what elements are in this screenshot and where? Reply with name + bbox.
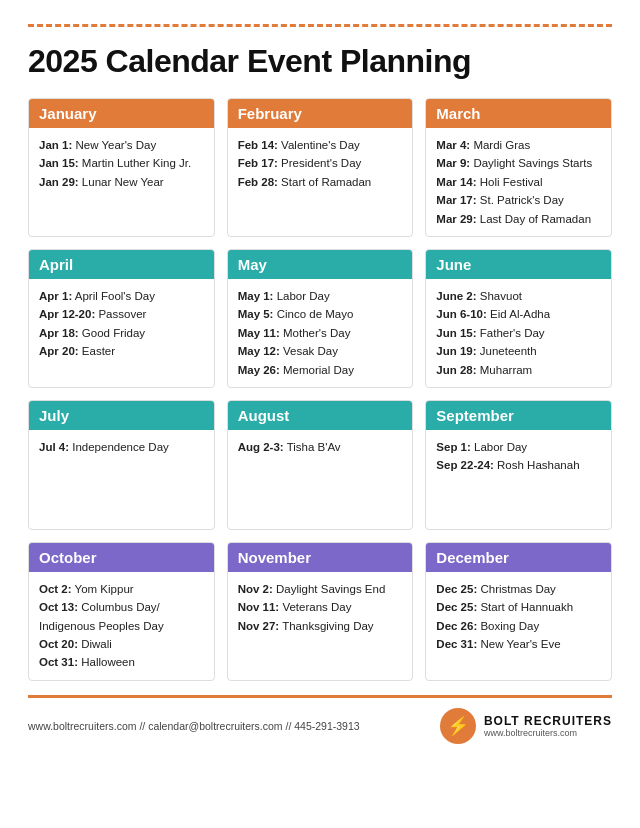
month-header-august: August bbox=[228, 401, 413, 430]
event-item: Oct 20: Diwali bbox=[39, 635, 204, 653]
event-item: Dec 25: Start of Hannuakh bbox=[436, 598, 601, 616]
event-item: Mar 14: Holi Festival bbox=[436, 173, 601, 191]
event-item: Sep 22-24: Rosh Hashanah bbox=[436, 456, 601, 474]
month-body-september: Sep 1: Labor DaySep 22-24: Rosh Hashanah bbox=[426, 430, 611, 483]
event-item: Aug 2-3: Tisha B'Av bbox=[238, 438, 403, 456]
month-header-march: March bbox=[426, 99, 611, 128]
month-card-january: JanuaryJan 1: New Year's DayJan 15: Mart… bbox=[28, 98, 215, 237]
month-body-july: Jul 4: Independence Day bbox=[29, 430, 214, 464]
month-header-april: April bbox=[29, 250, 214, 279]
month-card-april: AprilApr 1: April Fool's DayApr 12-20: P… bbox=[28, 249, 215, 388]
month-header-may: May bbox=[228, 250, 413, 279]
event-item: Nov 11: Veterans Day bbox=[238, 598, 403, 616]
bolt-icon: ⚡ bbox=[447, 715, 469, 737]
brand-name: BOLT RECRUITERS bbox=[484, 714, 612, 728]
month-header-september: September bbox=[426, 401, 611, 430]
month-header-june: June bbox=[426, 250, 611, 279]
event-item: May 26: Memorial Day bbox=[238, 361, 403, 379]
event-item: Apr 18: Good Friday bbox=[39, 324, 204, 342]
event-item: Dec 25: Christmas Day bbox=[436, 580, 601, 598]
footer-contact: www.boltrecruiters.com // calendar@boltr… bbox=[28, 720, 360, 732]
event-item: June 2: Shavuot bbox=[436, 287, 601, 305]
month-body-august: Aug 2-3: Tisha B'Av bbox=[228, 430, 413, 464]
month-card-february: FebruaryFeb 14: Valentine's DayFeb 17: P… bbox=[227, 98, 414, 237]
month-card-july: JulyJul 4: Independence Day bbox=[28, 400, 215, 530]
brand-text: BOLT RECRUITERS www.boltrecruiters.com bbox=[484, 714, 612, 738]
event-item: Apr 20: Easter bbox=[39, 342, 204, 360]
month-card-december: DecemberDec 25: Christmas DayDec 25: Sta… bbox=[425, 542, 612, 681]
month-body-may: May 1: Labor DayMay 5: Cinco de MayoMay … bbox=[228, 279, 413, 387]
event-item: Oct 31: Halloween bbox=[39, 653, 204, 671]
event-item: Jan 1: New Year's Day bbox=[39, 136, 204, 154]
footer-brand: ⚡ BOLT RECRUITERS www.boltrecruiters.com bbox=[440, 708, 612, 744]
month-card-october: OctoberOct 2: Yom KippurOct 13: Columbus… bbox=[28, 542, 215, 681]
month-body-january: Jan 1: New Year's DayJan 15: Martin Luth… bbox=[29, 128, 214, 199]
event-item: May 1: Labor Day bbox=[238, 287, 403, 305]
month-card-june: JuneJune 2: ShavuotJun 6-10: Eid Al-Adha… bbox=[425, 249, 612, 388]
brand-logo: ⚡ bbox=[440, 708, 476, 744]
event-item: Apr 12-20: Passover bbox=[39, 305, 204, 323]
top-border bbox=[28, 24, 612, 27]
month-card-august: AugustAug 2-3: Tisha B'Av bbox=[227, 400, 414, 530]
month-header-january: January bbox=[29, 99, 214, 128]
month-body-november: Nov 2: Daylight Savings EndNov 11: Veter… bbox=[228, 572, 413, 643]
brand-url: www.boltrecruiters.com bbox=[484, 728, 612, 738]
event-item: May 11: Mother's Day bbox=[238, 324, 403, 342]
event-item: Mar 17: St. Patrick's Day bbox=[436, 191, 601, 209]
calendar-grid: JanuaryJan 1: New Year's DayJan 15: Mart… bbox=[28, 98, 612, 681]
event-item: Nov 27: Thanksgiving Day bbox=[238, 617, 403, 635]
month-header-november: November bbox=[228, 543, 413, 572]
event-item: Jan 29: Lunar New Year bbox=[39, 173, 204, 191]
month-card-september: SeptemberSep 1: Labor DaySep 22-24: Rosh… bbox=[425, 400, 612, 530]
month-header-december: December bbox=[426, 543, 611, 572]
event-item: Oct 2: Yom Kippur bbox=[39, 580, 204, 598]
event-item: Jul 4: Independence Day bbox=[39, 438, 204, 456]
event-item: Feb 28: Start of Ramadan bbox=[238, 173, 403, 191]
month-body-october: Oct 2: Yom KippurOct 13: Columbus Day/ I… bbox=[29, 572, 214, 680]
event-item: Dec 26: Boxing Day bbox=[436, 617, 601, 635]
month-body-march: Mar 4: Mardi GrasMar 9: Daylight Savings… bbox=[426, 128, 611, 236]
month-card-november: NovemberNov 2: Daylight Savings EndNov 1… bbox=[227, 542, 414, 681]
month-body-april: Apr 1: April Fool's DayApr 12-20: Passov… bbox=[29, 279, 214, 369]
event-item: Sep 1: Labor Day bbox=[436, 438, 601, 456]
month-body-june: June 2: ShavuotJun 6-10: Eid Al-AdhaJun … bbox=[426, 279, 611, 387]
event-item: Dec 31: New Year's Eve bbox=[436, 635, 601, 653]
month-header-july: July bbox=[29, 401, 214, 430]
event-item: Jan 15: Martin Luther King Jr. bbox=[39, 154, 204, 172]
event-item: Mar 9: Daylight Savings Starts bbox=[436, 154, 601, 172]
event-item: Mar 29: Last Day of Ramadan bbox=[436, 210, 601, 228]
event-item: Jun 19: Juneteenth bbox=[436, 342, 601, 360]
month-card-may: MayMay 1: Labor DayMay 5: Cinco de MayoM… bbox=[227, 249, 414, 388]
event-item: Jun 28: Muharram bbox=[436, 361, 601, 379]
event-item: May 12: Vesak Day bbox=[238, 342, 403, 360]
event-item: Mar 4: Mardi Gras bbox=[436, 136, 601, 154]
event-item: Apr 1: April Fool's Day bbox=[39, 287, 204, 305]
month-body-february: Feb 14: Valentine's DayFeb 17: President… bbox=[228, 128, 413, 199]
event-item: Feb 14: Valentine's Day bbox=[238, 136, 403, 154]
month-header-february: February bbox=[228, 99, 413, 128]
month-card-march: MarchMar 4: Mardi GrasMar 9: Daylight Sa… bbox=[425, 98, 612, 237]
event-item: Feb 17: President's Day bbox=[238, 154, 403, 172]
event-item: Nov 2: Daylight Savings End bbox=[238, 580, 403, 598]
event-item: May 5: Cinco de Mayo bbox=[238, 305, 403, 323]
event-item: Jun 15: Father's Day bbox=[436, 324, 601, 342]
event-item: Jun 6-10: Eid Al-Adha bbox=[436, 305, 601, 323]
event-item: Oct 13: Columbus Day/ Indigenous Peoples… bbox=[39, 598, 204, 635]
month-header-october: October bbox=[29, 543, 214, 572]
footer: www.boltrecruiters.com // calendar@boltr… bbox=[28, 695, 612, 744]
page-title: 2025 Calendar Event Planning bbox=[28, 43, 612, 80]
month-body-december: Dec 25: Christmas DayDec 25: Start of Ha… bbox=[426, 572, 611, 662]
